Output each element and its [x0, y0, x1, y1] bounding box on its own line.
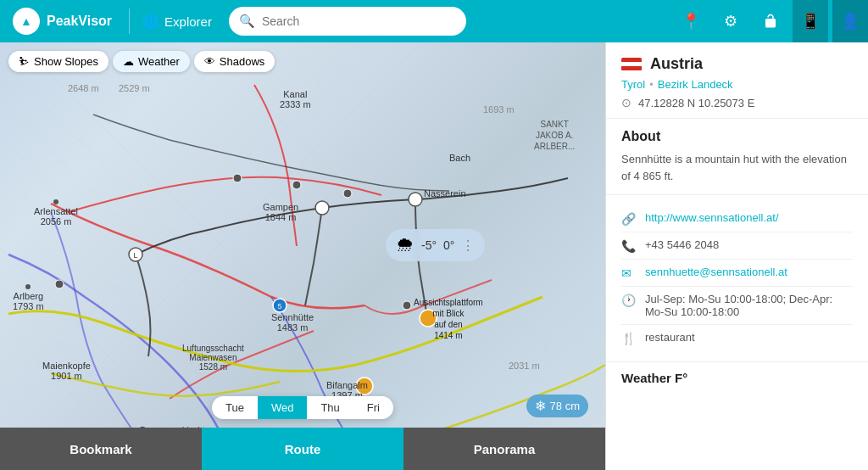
amenity-text: restaurant	[645, 331, 695, 344]
settings-button[interactable]: ⚙	[713, 0, 748, 42]
shadows-label: Shadows	[220, 55, 264, 68]
search-input[interactable]	[262, 14, 456, 28]
coordinates: 47.12828 N 10.25073 E	[638, 97, 754, 109]
svg-point-10	[55, 280, 64, 288]
svg-point-6	[343, 189, 352, 198]
clock-icon: 🕐	[621, 294, 637, 307]
panorama-label: Panorama	[474, 442, 536, 456]
day-tab-tue[interactable]: Tue	[212, 396, 258, 419]
compass-icon: ⊙	[621, 96, 632, 109]
hours-text: Jul-Sep: Mo-Su 10:00-18:00; Dec-Apr: Mo-…	[645, 293, 853, 318]
snow-badge: ❄ 78 cm	[526, 394, 588, 417]
shadows-button[interactable]: 👁 Shadows	[194, 51, 275, 72]
email-link[interactable]: sennhuette@sennsationell.at	[645, 266, 787, 278]
svg-point-9	[403, 301, 411, 310]
eye-icon: 👁	[204, 55, 215, 68]
snow-depth: 78 cm	[550, 400, 580, 412]
map-weather-widget: 🌨 -5° 0° ⋮	[386, 229, 485, 261]
globe-icon: 🌐	[142, 14, 159, 30]
website-link[interactable]: http://www.sennsationell.at/	[645, 211, 779, 224]
subregion[interactable]: Bezirk Landeck	[658, 78, 733, 91]
svg-point-8	[233, 174, 242, 182]
slopes-icon: ⛷	[19, 55, 30, 68]
region[interactable]: Tyrol	[621, 78, 645, 91]
bookmark-button[interactable]: Bookmark	[0, 428, 202, 470]
flag-bottom	[621, 66, 642, 70]
location-button[interactable]: 📍	[673, 0, 709, 42]
phone-icon: 📞	[621, 239, 637, 253]
coords-row: ⊙ 47.12828 N 10.25073 E	[621, 96, 853, 109]
panorama-button[interactable]: Panorama	[403, 428, 605, 470]
about-title: About	[621, 129, 853, 144]
country-flag	[621, 58, 642, 71]
explorer-nav[interactable]: 🌐 Explorer	[134, 14, 220, 30]
route-label: Route	[285, 442, 321, 456]
svg-point-3	[409, 193, 422, 206]
snow-cloud-icon: 🌨	[396, 234, 415, 256]
restaurant-icon: 🍴	[621, 332, 637, 345]
weather-day-tabs: Tue Wed Thu Fri	[212, 396, 393, 419]
search-bar[interactable]: 🔍	[229, 7, 466, 36]
user-button[interactable]: 👤	[832, 0, 868, 42]
logo[interactable]: ▲ PeakVisor	[0, 8, 125, 35]
hours-row: 🕐 Jul-Sep: Mo-Su 10:00-18:00; Dec-Apr: M…	[621, 287, 853, 325]
panel-header: Austria Tyrol • Bezirk Landeck ⊙ 47.1282…	[606, 42, 868, 118]
svg-point-2	[315, 201, 329, 215]
max-temp: 0°	[443, 238, 454, 252]
more-icon[interactable]: ⋮	[461, 238, 475, 254]
weather-label: Weather	[138, 55, 180, 68]
right-panel: Austria Tyrol • Bezirk Landeck ⊙ 47.1282…	[605, 42, 868, 470]
phone-row: 📞 +43 5446 2048	[621, 232, 853, 260]
route-button[interactable]: Route	[202, 428, 403, 470]
header: ▲ PeakVisor 🌐 Explorer 🔍 📍 ⚙ 📱 👤	[0, 0, 868, 42]
contact-section: 🔗 http://www.sennsationell.at/ 📞 +43 544…	[606, 195, 868, 361]
svg-point-12	[420, 310, 437, 327]
search-icon: 🔍	[239, 14, 255, 29]
phone-number[interactable]: +43 5446 2048	[645, 238, 719, 251]
bookmark-label: Bookmark	[70, 442, 131, 456]
show-slopes-label: Show Slopes	[34, 55, 98, 68]
day-tab-wed[interactable]: Wed	[258, 396, 308, 419]
logo-text: PeakVisor	[47, 14, 112, 29]
show-slopes-button[interactable]: ⛷ Show Slopes	[8, 51, 108, 72]
about-section: About Sennhütte is a mountain hut with t…	[606, 119, 868, 194]
snowflake-icon: ❄	[535, 398, 546, 414]
svg-point-7	[292, 181, 301, 189]
region-row: Tyrol • Bezirk Landeck	[621, 78, 853, 91]
share-button[interactable]	[753, 0, 788, 42]
day-tab-fri[interactable]: Fri	[353, 396, 393, 419]
weather-title: Weather F°	[621, 371, 853, 385]
email-icon: ✉	[621, 266, 637, 280]
action-bar: Bookmark Route Panorama	[0, 428, 605, 470]
logo-icon: ▲	[13, 8, 40, 35]
weather-section: Weather F°	[606, 362, 868, 389]
map-area[interactable]: L 5 ⛷ Show Slopes ☁ Weather 👁 Shadows 🌨	[0, 42, 605, 470]
country-name: Austria	[650, 55, 703, 73]
header-icon-group: 📍 ⚙ 📱 👤	[673, 0, 868, 42]
about-text: Sennhütte is a mountain hut with the ele…	[621, 151, 853, 184]
email-row: ✉ sennhuette@sennsationell.at	[621, 260, 853, 287]
weather-toggle-button[interactable]: ☁ Weather	[113, 51, 190, 72]
min-temp: -5°	[421, 238, 437, 252]
amenity-row: 🍴 restaurant	[621, 325, 853, 351]
explorer-label: Explorer	[164, 14, 212, 29]
country-row: Austria	[621, 55, 853, 73]
svg-point-11	[356, 378, 373, 394]
header-divider	[129, 8, 130, 34]
day-tab-thu[interactable]: Thu	[307, 396, 353, 419]
svg-text:L: L	[133, 251, 137, 260]
map-controls: ⛷ Show Slopes ☁ Weather 👁 Shadows	[8, 51, 275, 72]
globe-link-icon: 🔗	[621, 212, 637, 226]
svg-text:5: 5	[277, 302, 281, 311]
mobile-button[interactable]: 📱	[793, 0, 828, 42]
website-row: 🔗 http://www.sennsationell.at/	[621, 205, 853, 232]
cloud-icon: ☁	[123, 55, 134, 68]
